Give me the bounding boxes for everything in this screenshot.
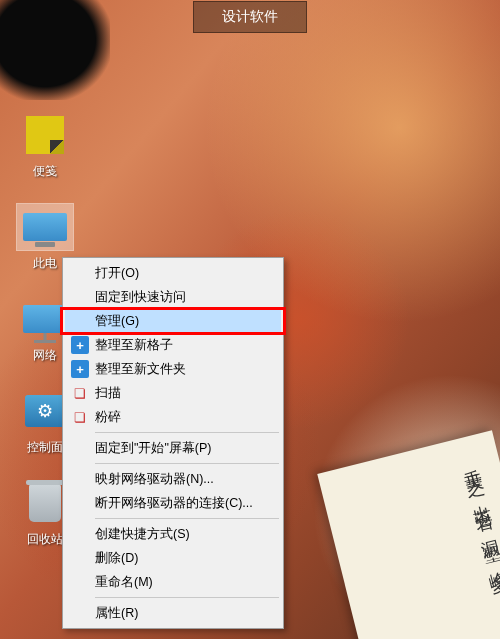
icon-label: 便笺 bbox=[33, 163, 57, 180]
icon-label: 网络 bbox=[33, 347, 57, 364]
shield-icon: ❏ bbox=[71, 384, 89, 402]
menu-item-open[interactable]: 打开(O) bbox=[65, 261, 281, 285]
icon-label: 控制面 bbox=[27, 439, 63, 456]
recycle-bin-icon bbox=[29, 484, 61, 522]
control-panel-icon: ⚙ bbox=[25, 395, 65, 427]
icon-label: 回收站 bbox=[27, 531, 63, 548]
menu-item-rename[interactable]: 重命名(M) bbox=[65, 570, 281, 594]
menu-item-manage[interactable]: 管理(G) bbox=[65, 309, 281, 333]
menu-item-map-network-drive[interactable]: 映射网络驱动器(N)... bbox=[65, 467, 281, 491]
top-tab-label: 设计软件 bbox=[222, 8, 278, 24]
menu-separator bbox=[95, 432, 279, 433]
menu-separator bbox=[95, 463, 279, 464]
menu-item-tidy-into-grid[interactable]: + 整理至新格子 bbox=[65, 333, 281, 357]
sticky-note-icon bbox=[26, 116, 64, 154]
redaction-blob bbox=[0, 0, 110, 100]
menu-separator bbox=[95, 518, 279, 519]
menu-item-pin-quick-access[interactable]: 固定到快速访问 bbox=[65, 285, 281, 309]
network-icon bbox=[23, 305, 67, 333]
menu-item-shred[interactable]: ❏ 粉碎 bbox=[65, 405, 281, 429]
menu-item-pin-start[interactable]: 固定到"开始"屏幕(P) bbox=[65, 436, 281, 460]
shield-icon: ❏ bbox=[71, 408, 89, 426]
menu-item-create-shortcut[interactable]: 创建快捷方式(S) bbox=[65, 522, 281, 546]
plus-icon: + bbox=[71, 360, 89, 378]
menu-item-scan[interactable]: ❏ 扫描 bbox=[65, 381, 281, 405]
top-tab[interactable]: 设计软件 bbox=[193, 1, 307, 33]
menu-item-properties[interactable]: 属性(R) bbox=[65, 601, 281, 625]
desktop-icon-sticky-notes[interactable]: 便笺 bbox=[14, 112, 76, 180]
menu-separator bbox=[95, 597, 279, 598]
pc-icon bbox=[23, 213, 67, 241]
menu-item-delete[interactable]: 删除(D) bbox=[65, 546, 281, 570]
menu-item-disconnect-network-drive[interactable]: 断开网络驱动器的连接(C)... bbox=[65, 491, 281, 515]
context-menu: 打开(O) 固定到快速访问 管理(G) + 整理至新格子 + 整理至新文件夹 ❏… bbox=[62, 257, 284, 629]
menu-item-tidy-into-folder[interactable]: + 整理至新文件夹 bbox=[65, 357, 281, 381]
plus-icon: + bbox=[71, 336, 89, 354]
icon-label: 此电 bbox=[33, 255, 57, 272]
